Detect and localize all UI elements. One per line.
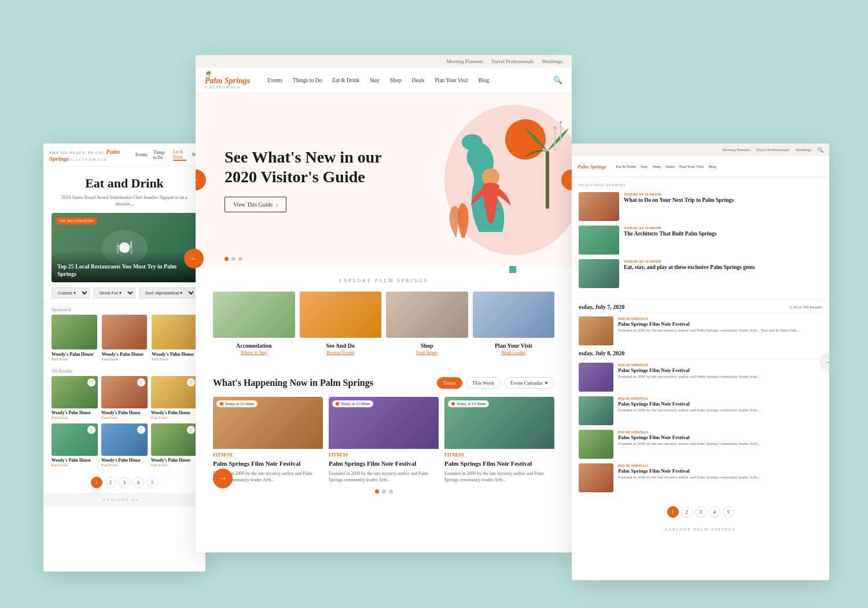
right-page-btn-2[interactable]: 2 — [681, 506, 693, 518]
event-list-item-4[interactable]: Palm Springs Palm Springs Film Noir Fest… — [579, 430, 822, 459]
accommodation-sub[interactable]: Where to Stay — [241, 350, 267, 355]
utility-weddings[interactable]: Weddings — [542, 58, 562, 64]
whats-happening: What's Happening Now in Palm Springs Tod… — [196, 367, 572, 504]
event-card-2[interactable]: Today at 11:30am FITNESS Palm Springs Fi… — [329, 397, 439, 484]
page-btn-1[interactable]: 1 — [91, 477, 102, 488]
hero-dot-1[interactable] — [225, 257, 229, 261]
page-btn-5[interactable]: 5 — [146, 477, 158, 488]
heart-icon-1[interactable]: ♡ — [87, 378, 95, 386]
left-nav-thingstodo[interactable]: Things to Do — [153, 150, 167, 160]
explore-shop[interactable]: Shop Find Stores — [386, 292, 468, 355]
filter-thisweek[interactable]: This Week — [466, 377, 501, 389]
nav-thingstodo[interactable]: Things to Do — [293, 78, 322, 83]
right-nav-stay[interactable]: Stay — [641, 164, 648, 169]
right-utility-weddings[interactable]: Weddings — [795, 148, 811, 152]
heart-icon-2[interactable]: ♡ — [137, 378, 145, 386]
right-nav-shop[interactable]: Shop — [652, 164, 660, 169]
heart-icon-5[interactable]: ♡ — [137, 426, 145, 434]
result-card-1[interactable]: ♡ Woody's Palm House Fast Food — [52, 376, 98, 420]
result-card-2[interactable]: ♡ Woody's Palm House Fast Food — [101, 376, 148, 420]
nav-planyourvisit[interactable]: Plan Your Visit — [435, 78, 468, 83]
nav-eatdrink[interactable]: Eat & Drink — [332, 78, 359, 83]
heart-icon-6[interactable]: ♡ — [187, 426, 195, 434]
greatfor-filter[interactable]: Great For ▾ — [93, 288, 135, 299]
left-logo-sub: CALIFORNIA — [71, 157, 107, 162]
event-card-1[interactable]: Today at 11:30am FITNESS Palm Springs Fi… — [213, 397, 323, 484]
story-tag-1: Today at 11:00am — [624, 192, 822, 197]
right-search-icon[interactable]: 🔍 — [817, 147, 823, 153]
seedo-sub[interactable]: Browse Events — [326, 350, 354, 355]
view-guide-button[interactable]: View This Guide › — [225, 197, 286, 212]
events-pagination-dots — [213, 489, 554, 493]
right-nav-deals[interactable]: Deals — [665, 164, 675, 169]
event-filter-btns: Today This Week Event Calendar ▾ — [437, 377, 554, 389]
event-card-3[interactable]: Today at 11:30am FITNESS Palm Springs Fi… — [444, 397, 554, 484]
shop-sub[interactable]: Find Stores — [416, 350, 437, 355]
cuisine-filter[interactable]: Cuisine ▾ — [52, 288, 90, 299]
story-item-3[interactable]: Today at 11:00am Eat, stay, and play at … — [579, 259, 822, 288]
filter-today[interactable]: Today — [437, 377, 462, 389]
heart-icon-3[interactable]: ♡ — [187, 378, 195, 386]
utility-travel[interactable]: Travel Professionals — [491, 58, 534, 64]
nav-shop[interactable]: Shop — [390, 78, 402, 83]
hero-dot-2[interactable] — [231, 257, 236, 261]
page-btn-3[interactable]: 3 — [119, 477, 130, 488]
nav-events[interactable]: Events — [267, 78, 282, 83]
event-list-content-4: Palm Springs Palm Springs Film Noir Fest… — [618, 430, 822, 459]
sponsored-card-3[interactable]: Woody's Palm House Fast Food — [152, 315, 197, 362]
explore-accommodation[interactable]: Accomodation Where to Stay — [213, 292, 295, 355]
story-img-1 — [579, 192, 619, 221]
right-utility-meeting[interactable]: Meeting Planners — [722, 148, 751, 152]
plan-sub[interactable]: Read Guides — [502, 350, 525, 355]
nav-stay[interactable]: Stay — [370, 78, 380, 83]
eat-featured-card[interactable]: 🍽️ WE RECOMMEND Top 25 Local Restaurants… — [52, 213, 197, 282]
result-card-5[interactable]: ♡ Woody's Palm House Fast Food — [101, 423, 148, 467]
panel-left-arrow[interactable]: ← — [184, 249, 204, 268]
utility-meeting[interactable]: Meeting Planners — [447, 58, 483, 64]
result-card-4[interactable]: ♡ Woody's Palm House Fast Food — [52, 423, 98, 467]
event-category-3: FITNESS — [444, 452, 554, 458]
sponsored-card-1[interactable]: Woody's Palm House Fast Food — [52, 315, 97, 362]
left-nav-events[interactable]: Events — [135, 152, 147, 157]
heart-icon-4[interactable]: ♡ — [87, 426, 95, 434]
story-item-2[interactable]: Today at 11:00am The Architects That Bui… — [579, 226, 822, 255]
featured-stories: FEATURED STORIES Today at 11:00am What t… — [572, 177, 829, 299]
event-list-item-2[interactable]: Palm Springs Palm Springs Film Noir Fest… — [579, 363, 822, 392]
date-label-1: esday, July 7, 2020 — [579, 304, 624, 310]
events-dot-3[interactable] — [389, 489, 393, 493]
filter-calendar[interactable]: Event Calendar ▾ — [504, 377, 554, 389]
explore-plan[interactable]: Plan Your Visit Read Guides — [473, 292, 555, 355]
events-dot-1[interactable] — [375, 489, 379, 493]
result-card-3[interactable]: ♡ Woody's Palm House Fast Food — [151, 376, 197, 420]
sponsored-card-2[interactable]: Woody's Palm House Fast Food — [102, 315, 148, 362]
panel-right-arrow[interactable]: → — [213, 469, 233, 488]
nav-deals[interactable]: Deals — [412, 78, 425, 83]
right-utility-travel[interactable]: Travel Professionals — [756, 148, 789, 152]
sponsored-label: Sponsored — [43, 304, 205, 315]
right-nav-eatdrink[interactable]: Eat & Drink — [616, 164, 636, 169]
page-btn-4[interactable]: 4 — [133, 477, 144, 488]
left-nav-eatdrink[interactable]: Eat & Drink — [173, 149, 186, 161]
nav-blog[interactable]: Blog — [479, 78, 489, 83]
page-btn-2[interactable]: 2 — [105, 477, 116, 488]
event-list-item-3[interactable]: Palm Springs Palm Springs Film Noir Fest… — [579, 396, 822, 425]
right-page-btn-1[interactable]: 1 — [667, 506, 679, 518]
result-card-6[interactable]: ♡ Woody's Palm House Fast Food — [151, 423, 197, 467]
result-name-3: Woody's Palm House — [151, 410, 197, 415]
right-nav-plan[interactable]: Plan Your Visit — [679, 164, 704, 169]
right-nav-blog[interactable]: Blog — [708, 164, 716, 169]
events-dot-2[interactable] — [382, 489, 386, 493]
search-icon[interactable]: 🔍 — [553, 76, 562, 85]
story-item-1[interactable]: Today at 11:00am What to Do on Your Next… — [579, 192, 822, 221]
result-sub-1: Fast Food — [52, 415, 98, 420]
hero-prev-arrow[interactable]: ← — [196, 169, 206, 190]
hero-dot-3[interactable] — [238, 257, 242, 261]
sort-filter[interactable]: Sort: Alphabetical ▾ — [139, 288, 196, 299]
right-page-btn-4[interactable]: 4 — [709, 506, 720, 518]
event-list-item-5[interactable]: Palm Springs Palm Springs Film Noir Fest… — [579, 463, 822, 492]
explore-seedo[interactable]: See And Do Browse Events — [300, 292, 382, 355]
right-page-btn-5[interactable]: 5 — [723, 506, 734, 518]
event-list-item-1[interactable]: Palm Springs Palm Springs Film Noir Fest… — [579, 316, 822, 345]
right-page-btn-3[interactable]: 3 — [695, 506, 707, 518]
result-img-2: ♡ — [101, 376, 148, 408]
